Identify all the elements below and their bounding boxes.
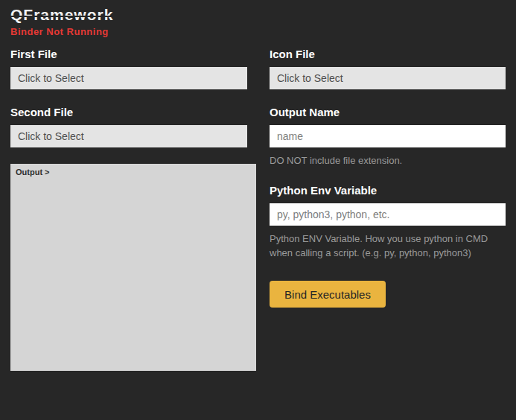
first-file-label: First File <box>10 48 247 60</box>
output-log[interactable]: Output > <box>10 164 256 371</box>
second-file-label: Second File <box>10 106 247 118</box>
main-columns: First File Click to Select Second File C… <box>10 48 506 371</box>
bind-executables-button[interactable]: Bind Executables <box>270 281 386 308</box>
output-name-label: Output Name <box>270 106 506 118</box>
status-text: Binder Not Running <box>10 26 506 37</box>
icon-file-selector[interactable]: Click to Select <box>270 67 506 89</box>
python-env-input[interactable] <box>270 203 506 226</box>
output-name-hint: DO NOT include file extension. <box>270 153 506 168</box>
second-file-selector[interactable]: Click to Select <box>10 125 247 147</box>
first-file-selector[interactable]: Click to Select <box>10 67 247 89</box>
app-logo: QFramework <box>10 6 113 24</box>
header: QFramework Binder Not Running <box>10 6 506 37</box>
left-column: First File Click to Select Second File C… <box>10 48 247 371</box>
python-env-hint: Python ENV Variable. How you use python … <box>270 232 506 260</box>
right-column: Icon File Click to Select Output Name DO… <box>270 48 506 371</box>
app-window: QFramework Binder Not Running First File… <box>0 0 516 420</box>
icon-file-label: Icon File <box>270 48 506 60</box>
output-name-input[interactable] <box>270 125 506 147</box>
python-env-label: Python Env Variable <box>270 184 506 197</box>
